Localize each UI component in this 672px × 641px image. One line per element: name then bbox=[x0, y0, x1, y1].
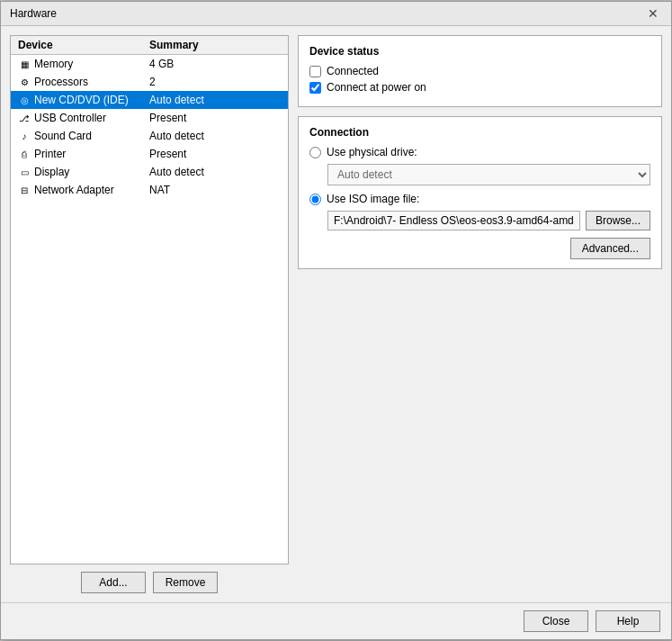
iso-image-radio[interactable] bbox=[309, 194, 321, 205]
iso-path-row: Browse... bbox=[327, 211, 650, 230]
display-summary: Auto detect bbox=[149, 166, 281, 178]
col-device-header: Device bbox=[18, 39, 149, 51]
device-row-usb[interactable]: ⎇USB ControllerPresent bbox=[11, 109, 288, 127]
title-bar: Hardware ✕ bbox=[1, 2, 671, 26]
network-adapter-name: Network Adapter bbox=[34, 184, 114, 196]
device-row-display[interactable]: ▭DisplayAuto detect bbox=[11, 163, 288, 181]
iso-path-input[interactable] bbox=[327, 211, 580, 230]
connect-power-checkbox[interactable] bbox=[309, 82, 321, 94]
memory-summary: 4 GB bbox=[149, 58, 281, 70]
close-button[interactable]: Close bbox=[524, 610, 588, 632]
device-row-printer[interactable]: ⎙PrinterPresent bbox=[11, 145, 288, 163]
hardware-dialog: Hardware ✕ Device Summary ▦Memory4 GB⚙Pr… bbox=[0, 1, 672, 640]
usb-summary: Present bbox=[149, 112, 281, 124]
advanced-row: Advanced... bbox=[309, 238, 650, 259]
connected-row: Connected bbox=[309, 65, 650, 77]
device-list-header: Device Summary bbox=[11, 36, 288, 55]
auto-detect-row: Auto detect bbox=[327, 164, 650, 185]
right-panel: Device status Connected Connect at power… bbox=[298, 35, 662, 593]
network-adapter-summary: NAT bbox=[149, 184, 281, 196]
auto-detect-dropdown[interactable]: Auto detect bbox=[327, 164, 650, 185]
network-adapter-icon: ⊟ bbox=[18, 184, 31, 196]
connect-power-row: Connect at power on bbox=[309, 81, 650, 94]
help-button[interactable]: Help bbox=[596, 610, 660, 632]
display-icon: ▭ bbox=[18, 166, 31, 178]
device-row-processors[interactable]: ⚙Processors2 bbox=[11, 73, 288, 91]
device-row-memory[interactable]: ▦Memory4 GB bbox=[11, 55, 288, 73]
cd-dvd-summary: Auto detect bbox=[149, 94, 281, 106]
left-panel: Device Summary ▦Memory4 GB⚙Processors2◎N… bbox=[10, 35, 289, 593]
memory-name: Memory bbox=[34, 58, 73, 70]
printer-summary: Present bbox=[149, 148, 281, 160]
cd-dvd-icon: ◎ bbox=[18, 94, 31, 106]
advanced-button[interactable]: Advanced... bbox=[570, 238, 650, 259]
connection-section: Connection Use physical drive: Auto dete… bbox=[298, 116, 662, 269]
connect-power-label: Connect at power on bbox=[327, 81, 426, 94]
printer-icon: ⎙ bbox=[18, 148, 31, 160]
device-status-section: Device status Connected Connect at power… bbox=[298, 35, 662, 107]
browse-button[interactable]: Browse... bbox=[586, 211, 650, 230]
bottom-buttons: Add... Remove bbox=[10, 572, 289, 593]
col-summary-header: Summary bbox=[149, 39, 281, 51]
physical-drive-radio[interactable] bbox=[309, 147, 321, 158]
processors-icon: ⚙ bbox=[18, 76, 31, 88]
connected-checkbox[interactable] bbox=[309, 66, 321, 77]
device-rows: ▦Memory4 GB⚙Processors2◎New CD/DVD (IDE)… bbox=[11, 55, 288, 199]
device-row-cd-dvd[interactable]: ◎New CD/DVD (IDE)Auto detect bbox=[11, 91, 288, 109]
memory-icon: ▦ bbox=[18, 58, 31, 70]
device-row-sound-card[interactable]: ♪Sound CardAuto detect bbox=[11, 127, 288, 145]
add-button[interactable]: Add... bbox=[81, 572, 146, 593]
usb-name: USB Controller bbox=[34, 112, 106, 124]
footer: Close Help bbox=[1, 602, 671, 639]
sound-card-name: Sound Card bbox=[34, 130, 92, 142]
processors-summary: 2 bbox=[149, 76, 281, 88]
device-status-title: Device status bbox=[309, 45, 650, 58]
physical-drive-row: Use physical drive: bbox=[309, 146, 650, 158]
processors-name: Processors bbox=[34, 76, 88, 88]
display-name: Display bbox=[34, 166, 69, 178]
iso-image-row: Use ISO image file: bbox=[309, 193, 650, 205]
remove-button[interactable]: Remove bbox=[153, 572, 218, 593]
sound-card-summary: Auto detect bbox=[149, 130, 281, 142]
close-window-button[interactable]: ✕ bbox=[644, 7, 662, 20]
physical-drive-label: Use physical drive: bbox=[327, 146, 417, 158]
iso-image-label: Use ISO image file: bbox=[327, 193, 419, 205]
device-row-network-adapter[interactable]: ⊟Network AdapterNAT bbox=[11, 181, 288, 199]
device-list: Device Summary ▦Memory4 GB⚙Processors2◎N… bbox=[10, 35, 289, 564]
printer-name: Printer bbox=[34, 148, 66, 160]
connection-title: Connection bbox=[309, 126, 650, 139]
cd-dvd-name: New CD/DVD (IDE) bbox=[34, 94, 129, 106]
usb-icon: ⎇ bbox=[18, 112, 31, 124]
window-title: Hardware bbox=[10, 7, 57, 20]
connected-label: Connected bbox=[327, 65, 379, 77]
main-content: Device Summary ▦Memory4 GB⚙Processors2◎N… bbox=[1, 26, 671, 602]
sound-card-icon: ♪ bbox=[18, 130, 31, 142]
